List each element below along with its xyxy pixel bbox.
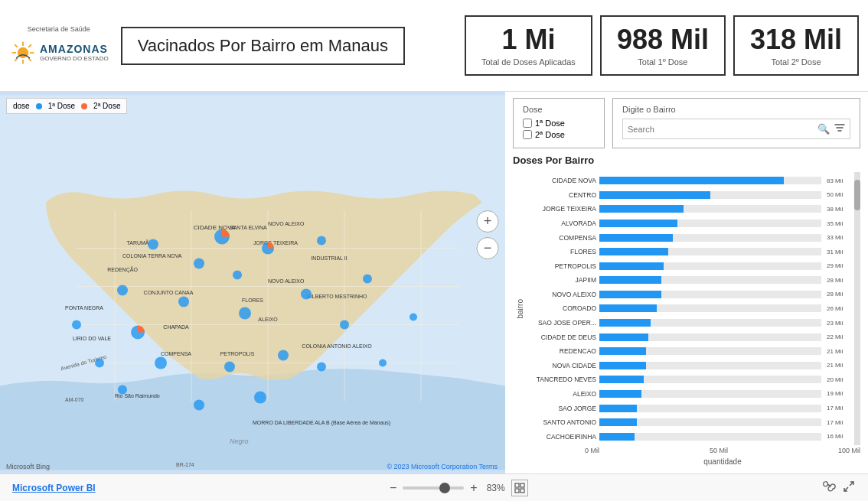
bar-row[interactable]: CIDADE DE DEUS 22 Mil	[527, 333, 854, 341]
bar-row[interactable]: FLORES 31 Mil	[527, 248, 854, 255]
bar-row[interactable]: COMPENSA 33 Mil	[527, 234, 854, 242]
bar-value: 83 Mil	[827, 177, 854, 184]
map-legend: dose 1ª Dose 2ª Dose	[6, 98, 127, 114]
bar-row[interactable]: CENTRO 50 Mil	[527, 191, 854, 199]
x-axis-label: quantidade	[513, 456, 860, 467]
expand-icon[interactable]	[842, 480, 856, 496]
bar-row[interactable]: SAO JOSE OPER... 23 Mil	[527, 319, 854, 327]
svg-text:JORGE TEIXEIRA: JORGE TEIXEIRA	[253, 240, 298, 246]
svg-text:BR-174: BR-174	[176, 462, 194, 467]
bar-track	[599, 291, 821, 298]
bar-row[interactable]: SAO JORGE 17 Mil	[527, 405, 854, 412]
svg-text:AM-070: AM-070	[65, 397, 84, 402]
bar-label: ALEIXO	[527, 390, 596, 398]
bar-track	[599, 376, 821, 383]
bar-row[interactable]: SANTO ANTONIO 17 Mil	[527, 418, 854, 426]
bar-label: ALVORADA	[527, 220, 596, 227]
svg-point-56	[95, 359, 104, 368]
legend-segunda-label: 2ª Dose	[93, 102, 120, 110]
zoom-percent: 83%	[487, 483, 505, 493]
scrollbar-area[interactable]	[854, 172, 860, 445]
fit-button[interactable]	[511, 480, 528, 496]
stat-label-0: Total de Doses Aplicadas	[481, 57, 576, 67]
header: Secretaria de Saúde	[0, 0, 868, 92]
bar-row[interactable]: CACHOEIRINHA 16 Mil	[527, 433, 854, 441]
bar-value: 38 Mil	[827, 206, 854, 213]
scrollbar-thumb[interactable]	[854, 180, 860, 210]
bar-label: REDENCAO	[527, 347, 596, 355]
bar-row[interactable]: JORGE TEIXEIRA 38 Mil	[527, 205, 854, 213]
bar-value: 17 Mil	[827, 419, 854, 426]
dose-filter-title: Dose	[523, 105, 595, 114]
bar-label: FLORES	[527, 248, 596, 255]
legend-primeira-label: 1ª Dose	[48, 102, 75, 110]
bar-value: 35 Mil	[827, 220, 854, 227]
svg-point-64	[118, 386, 127, 395]
stat-box-2: 318 MilTotal 2º Dose	[733, 15, 859, 76]
amazonas-subtext: GOVERNO DO ESTADO	[40, 55, 109, 62]
bar-row[interactable]: JAPIIM 28 Mil	[527, 276, 854, 284]
bar-track	[599, 234, 821, 242]
zoom-minus-button[interactable]: −	[390, 481, 396, 495]
zoom-controls: − + 83%	[390, 480, 528, 496]
powerbi-link[interactable]: Microsoft Power BI	[12, 483, 96, 493]
svg-line-6	[28, 58, 31, 61]
y-label-container: bairro	[513, 172, 527, 445]
bar-value: 33 Mil	[827, 234, 854, 241]
bar-label: COROADO	[527, 304, 596, 312]
svg-point-67	[379, 359, 387, 367]
bar-fill	[599, 291, 661, 298]
bar-label: SAO JORGE	[527, 405, 596, 412]
bar-value: 29 Mil	[827, 262, 854, 269]
svg-text:COLONIA TERRA NOVA: COLONIA TERRA NOVA	[122, 253, 182, 259]
bar-fill	[599, 304, 657, 312]
amazonas-text: AMAZONAS	[40, 43, 109, 55]
dose-filter: Dose 1ª Dose 2ª Dose	[513, 98, 605, 148]
terms-link[interactable]: Terms	[479, 463, 498, 470]
zoom-plus-button[interactable]: +	[470, 481, 477, 495]
checkbox-primeira-dose[interactable]: 1ª Dose	[523, 119, 595, 128]
bottom-bar: Microsoft Power BI − + 83%	[0, 473, 868, 501]
bar-label: CIDADE DE DEUS	[527, 333, 596, 341]
chart-area: bairro CIDADE NOVA 83 Mil CENTRO 50 Mil …	[513, 172, 860, 467]
bar-track	[599, 405, 821, 412]
bar-row[interactable]: CIDADE NOVA 83 Mil	[527, 177, 854, 184]
bar-row[interactable]: PETROPOLIS 29 Mil	[527, 262, 854, 270]
search-input[interactable]	[628, 125, 814, 134]
bar-row[interactable]: NOVA CIDADE 21 Mil	[527, 362, 854, 369]
bar-fill	[599, 418, 637, 426]
zoom-slider[interactable]	[403, 486, 464, 490]
svg-text:TARUMÃ: TARUMÃ	[126, 239, 148, 246]
svg-line-5	[15, 44, 18, 47]
bar-value: 50 Mil	[827, 191, 854, 198]
bar-label: CENTRO	[527, 191, 596, 199]
svg-text:COLONIA ANTONIO ALEIXO: COLONIA ANTONIO ALEIXO	[302, 343, 372, 349]
page-title: Vacinados Por Bairro em Manaus	[121, 27, 405, 65]
search-icon[interactable]: 🔍	[817, 123, 830, 135]
bar-label: CIDADE NOVA	[527, 177, 596, 184]
svg-text:CONJUNTO CANAA: CONJUNTO CANAA	[144, 290, 194, 295]
checkbox-primeira-input[interactable]	[523, 119, 532, 128]
svg-point-60	[233, 271, 242, 280]
bar-value: 28 Mil	[827, 277, 854, 284]
svg-line-77	[850, 482, 853, 486]
share-icon[interactable]	[822, 480, 836, 496]
checkbox-segunda-input[interactable]	[523, 130, 532, 139]
bar-row[interactable]: TANCREDO NEVES 20 Mil	[527, 376, 854, 383]
bar-row[interactable]: ALVORADA 35 Mil	[527, 220, 854, 227]
bar-value: 26 Mil	[827, 305, 854, 312]
svg-rect-76	[520, 489, 524, 493]
zoom-thumb[interactable]	[439, 483, 450, 493]
bar-row[interactable]: REDENCAO 21 Mil	[527, 347, 854, 355]
bar-row[interactable]: ALEIXO 19 Mil	[527, 390, 854, 398]
bar-fill	[599, 234, 673, 242]
bar-label: NOVA CIDADE	[527, 362, 596, 369]
bar-track	[599, 362, 821, 369]
bar-row[interactable]: NOVO ALEIXO 28 Mil	[527, 291, 854, 298]
svg-text:CHAPADA: CHAPADA	[163, 324, 189, 330]
checkbox-segunda-dose[interactable]: 2ª Dose	[523, 130, 595, 139]
bar-fill	[599, 191, 710, 199]
bar-track	[599, 177, 821, 184]
filter-icon[interactable]	[834, 122, 845, 135]
bar-row[interactable]: COROADO 26 Mil	[527, 304, 854, 312]
